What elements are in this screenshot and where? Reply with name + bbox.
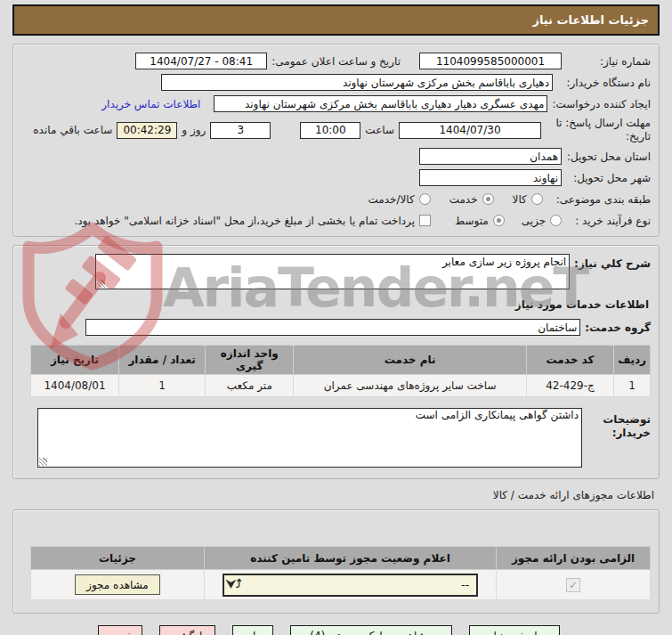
city-row: شهر محل تحویل: bbox=[21, 169, 651, 186]
cell-service-code: ج-429-42 bbox=[526, 375, 613, 397]
creator-row: ایجاد کننده درخواست: اطلاعات تماس خریدار bbox=[21, 95, 651, 112]
radio-service-label: خدمت bbox=[449, 193, 478, 206]
services-info-header: اطلاعات خدمات مورد نیاز bbox=[21, 298, 649, 311]
category-row: طبقه بندی موضوعی: کالا خدمت کالا/خدمت bbox=[21, 191, 651, 208]
radio-goods-service[interactable] bbox=[419, 193, 431, 205]
need-number-label: شماره نیاز: bbox=[566, 55, 651, 68]
col-permit-status: اعلام وضعیت مجوز توسط تامین کننده bbox=[204, 547, 496, 570]
buyer-notes-row: توضیحات خریدار: داشتن گواهی پیمانکاری ال… bbox=[21, 408, 651, 468]
respond-to-need-button[interactable]: پاسخ به نیاز bbox=[469, 625, 560, 635]
need-details-window: { "header": { "title": "جزئیات اطلاعات ن… bbox=[0, 0, 672, 635]
permit-status-select[interactable]: -- bbox=[223, 574, 478, 597]
col-quantity: تعداد / مقدار bbox=[118, 346, 205, 375]
province-label: استان محل تحویل: bbox=[566, 151, 651, 163]
need-desc-label: شرح کلي نیاز: bbox=[574, 257, 651, 270]
creator-label: ایجاد کننده درخواست: bbox=[552, 98, 651, 110]
announce-datetime-field[interactable] bbox=[135, 53, 267, 69]
radio-goods[interactable] bbox=[531, 193, 543, 205]
buyer-contact-link[interactable]: اطلاعات تماس خریدار bbox=[101, 98, 200, 110]
process-type-label: نوع فرآیند خرید : bbox=[575, 215, 651, 227]
days-label: روز و bbox=[182, 124, 206, 136]
permit-table-row: ✓ -- ⤴︎​⮟ مشاهده مجوز bbox=[31, 570, 651, 600]
buyer-notes-field[interactable]: داشتن گواهی پیمانکاری الزامی است bbox=[37, 408, 582, 468]
need-desc-field[interactable]: انجام پروژه زیر سازی معابر bbox=[95, 254, 570, 289]
buyer-org-field[interactable] bbox=[161, 74, 553, 91]
col-permit-required: الزامی بودن ارائه مجوز bbox=[497, 547, 651, 570]
city-field[interactable] bbox=[419, 169, 562, 186]
cell-unit: متر مکعب bbox=[206, 375, 294, 397]
permits-section-label: اطلاعات مجوزهای ارائه خدمت / کالا bbox=[12, 489, 654, 501]
cell-service-name: ساخت سایر پروژه‌های مهندسی عمران bbox=[294, 375, 527, 397]
deadline-row: مهلت ارسال پاسخ: تا تاریخ: ساعت روز و سا… bbox=[21, 117, 651, 143]
city-label: شهر محل تحویل: bbox=[566, 172, 651, 184]
announce-datetime-label: تاریخ و ساعت اعلان عمومی: bbox=[271, 55, 401, 68]
permits-table-header-row: الزامی بودن ارائه مجوز اعلام وضعیت مجوز … bbox=[31, 547, 651, 570]
cell-quantity: 1 bbox=[118, 375, 205, 397]
page-title: جزئیات اطلاعات نیاز bbox=[12, 4, 660, 36]
days-remaining-field[interactable] bbox=[210, 122, 271, 139]
cell-need-date: 1404/08/01 bbox=[31, 375, 119, 397]
services-section: شرح کلي نیاز: انجام پروژه زیر سازی معابر… bbox=[12, 245, 660, 479]
cell-row-number: 1 bbox=[614, 375, 651, 397]
deadline-hour-label: ساعت bbox=[365, 124, 394, 136]
treasury-checkbox-label: پرداخت تمام یا بخشی از مبلغ خرید،از محل … bbox=[74, 215, 415, 227]
col-service-name: نام خدمت bbox=[294, 346, 527, 375]
need-number-row: شماره نیاز: تاریخ و ساعت اعلان عمومی: bbox=[21, 53, 651, 69]
process-type-row: نوع فرآیند خرید : جزیی متوسط پرداخت تمام… bbox=[21, 212, 651, 229]
province-row: استان محل تحویل: bbox=[21, 148, 651, 165]
col-row-number: ردیف bbox=[614, 346, 651, 375]
radio-medium[interactable] bbox=[493, 215, 505, 226]
buyer-org-label: نام دستگاه خریدار: bbox=[557, 77, 651, 89]
col-permit-details: جزئیات bbox=[31, 547, 205, 570]
col-need-date: تاریخ نیاز bbox=[31, 346, 119, 375]
view-permit-button[interactable]: مشاهده مجوز bbox=[75, 574, 160, 595]
permits-section: الزامی بودن ارائه مجوز اعلام وضعیت مجوز … bbox=[12, 509, 660, 614]
permits-table: الزامی بودن ارائه مجوز اعلام وضعیت مجوز … bbox=[30, 546, 651, 600]
action-buttons-bar: پاسخ به نیاز مشاهده مدارک پیوستي (4) چاپ… bbox=[12, 625, 560, 635]
cell-permit-required: ✓ bbox=[497, 570, 651, 600]
general-info-section: شماره نیاز: تاریخ و ساعت اعلان عمومی: نا… bbox=[12, 44, 660, 237]
radio-minor[interactable] bbox=[550, 215, 562, 226]
col-unit: واحد اندازه گیری bbox=[206, 346, 294, 375]
province-field[interactable] bbox=[419, 148, 562, 165]
radio-medium-label: متوسط bbox=[455, 215, 489, 227]
buyer-notes-label: توضیحات خریدار: bbox=[587, 413, 651, 440]
permit-required-checkbox: ✓ bbox=[566, 578, 580, 592]
countdown-field[interactable] bbox=[117, 122, 177, 139]
view-attached-docs-button[interactable]: مشاهده مدارک پیوستي (4) bbox=[290, 625, 452, 635]
exit-button[interactable]: خروج bbox=[98, 625, 142, 635]
hours-remaining-label: ساعت باقي مانده bbox=[33, 124, 112, 136]
service-table-row: 1 ج-429-42 ساخت سایر پروژه‌های مهندسی عم… bbox=[31, 375, 651, 397]
radio-goods-label: کالا bbox=[513, 193, 527, 206]
category-label: طبقه بندی موضوعی: bbox=[556, 193, 651, 206]
service-group-row: گروه خدمت: bbox=[21, 319, 651, 336]
col-service-code: کد خدمت bbox=[526, 346, 613, 375]
services-table-header-row: ردیف کد خدمت نام خدمت واحد اندازه گیری ت… bbox=[31, 346, 651, 375]
deadline-label: مهلت ارسال پاسخ: تا تاریخ: bbox=[546, 117, 651, 143]
need-details-page: جزئیات اطلاعات نیاز شماره نیاز: تاریخ و … bbox=[0, 0, 672, 635]
service-group-field[interactable] bbox=[85, 319, 580, 336]
cell-permit-status: -- ⤴︎​⮟ bbox=[204, 570, 496, 600]
cell-permit-details: مشاهده مجوز bbox=[31, 570, 205, 600]
buyer-org-row: نام دستگاه خریدار: bbox=[21, 74, 651, 91]
deadline-date-field[interactable] bbox=[399, 122, 541, 139]
print-button[interactable]: چاپ bbox=[232, 625, 273, 635]
deadline-time-field[interactable] bbox=[300, 122, 360, 139]
back-button[interactable]: بازگشت bbox=[159, 625, 215, 635]
need-desc-row: شرح کلي نیاز: انجام پروژه زیر سازی معابر bbox=[21, 254, 651, 289]
need-number-field[interactable] bbox=[419, 53, 562, 69]
radio-service[interactable] bbox=[482, 193, 494, 205]
radio-goods-service-label: کالا/خدمت bbox=[368, 193, 414, 206]
treasury-checkbox[interactable] bbox=[419, 215, 431, 226]
creator-field[interactable] bbox=[214, 95, 547, 112]
radio-minor-label: جزیی bbox=[522, 215, 546, 227]
service-group-label: گروه خدمت: bbox=[585, 322, 651, 334]
services-table: ردیف کد خدمت نام خدمت واحد اندازه گیری ت… bbox=[30, 345, 651, 397]
